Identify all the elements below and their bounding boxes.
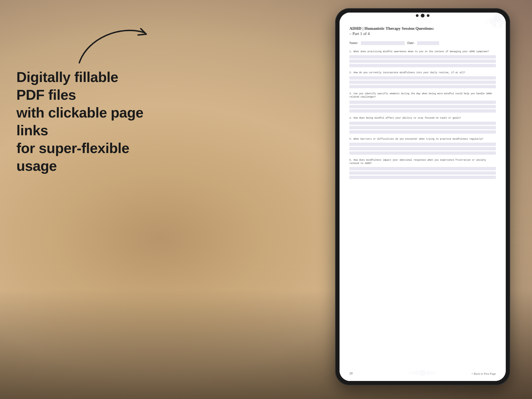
answer-line[interactable] [349, 171, 496, 175]
left-text-block: Digitally fillable PDF files with clicka… [16, 68, 148, 175]
name-field[interactable] [361, 41, 405, 45]
svg-point-2 [499, 19, 504, 25]
tablet-frame: ADHD | Humanistic Therapy Session Questi… [335, 8, 510, 385]
answer-line[interactable] [349, 101, 496, 104]
back-to-first-page-link[interactable]: + Back to First Page [471, 372, 496, 375]
svg-point-10 [430, 371, 434, 375]
svg-point-12 [434, 371, 437, 374]
question-3: 3. Can you identify specific moments dur… [349, 92, 496, 113]
answer-line[interactable] [349, 64, 496, 67]
question-4: 4. How does being mindful affect your ab… [349, 116, 496, 134]
question-1: 1. What does practicing mindful awarenes… [349, 50, 496, 67]
name-date-row: Name: Date: [349, 41, 496, 45]
question-4-answer [349, 122, 496, 134]
question-2-text: 2. How do you currently incorporate mind… [349, 71, 496, 75]
camera-dot-right [427, 14, 429, 17]
answer-line[interactable] [349, 76, 496, 80]
answer-line[interactable] [349, 147, 496, 150]
svg-point-8 [426, 370, 431, 375]
question-1-answer [349, 55, 496, 67]
question-5-answer [349, 143, 496, 155]
question-5: 5. What barriers or difficulties do you … [349, 137, 496, 155]
answer-line[interactable] [349, 143, 496, 146]
marketing-text: Digitally fillable PDF files with clicka… [16, 68, 148, 175]
answer-line[interactable] [349, 176, 496, 179]
pdf-subtitle: – Part 1 of 4 [349, 31, 496, 36]
pdf-page: ADHD | Humanistic Therapy Session Questi… [340, 13, 506, 381]
svg-point-4 [498, 24, 502, 28]
answer-line[interactable] [349, 105, 496, 108]
svg-point-7 [415, 370, 420, 375]
page-number: 20 [349, 371, 353, 375]
answer-line[interactable] [349, 85, 496, 88]
answer-line[interactable] [349, 81, 496, 84]
arrow [71, 16, 153, 71]
question-6: 6. How does mindfulness impact your emot… [349, 159, 496, 179]
answer-line[interactable] [349, 151, 496, 155]
camera-dot-left [416, 14, 419, 17]
camera-dot-main [421, 14, 425, 17]
svg-point-9 [411, 371, 415, 375]
floral-decoration-bottom [395, 365, 450, 381]
answer-line[interactable] [349, 122, 496, 125]
name-label: Name: [349, 41, 358, 45]
question-2: 2. How do you currently incorporate mind… [349, 71, 496, 88]
answer-line[interactable] [349, 60, 496, 63]
question-4-text: 4. How does being mindful affect your ab… [349, 116, 496, 120]
question-6-text: 6. How does mindfulness impact your emot… [349, 159, 496, 166]
floral-decoration-top [473, 13, 506, 32]
question-5-text: 5. What barriers or difficulties do you … [349, 137, 496, 141]
tablet-screen: ADHD | Humanistic Therapy Session Questi… [340, 13, 506, 381]
date-label: Date: [407, 41, 414, 45]
svg-point-6 [419, 369, 426, 376]
question-6-answer [349, 167, 496, 179]
tablet: ADHD | Humanistic Therapy Session Questi… [335, 8, 510, 385]
answer-line[interactable] [349, 109, 496, 113]
answer-line[interactable] [349, 55, 496, 58]
svg-point-3 [493, 24, 497, 28]
date-field[interactable] [417, 41, 439, 45]
answer-line[interactable] [349, 126, 496, 129]
tablet-camera [416, 14, 429, 17]
answer-line[interactable] [349, 167, 496, 170]
question-3-text: 3. Can you identify specific moments dur… [349, 92, 496, 99]
question-1-text: 1. What does practicing mindful awarenes… [349, 50, 496, 54]
svg-point-11 [408, 371, 411, 374]
question-3-answer [349, 101, 496, 113]
answer-line[interactable] [349, 130, 496, 134]
question-2-answer [349, 76, 496, 88]
